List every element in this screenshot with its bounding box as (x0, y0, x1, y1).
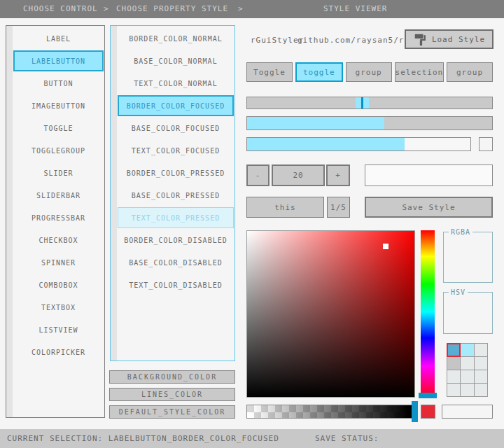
rgba-group-title: RGBA (449, 228, 472, 236)
controls-list-item-spinner[interactable]: SPINNER (13, 252, 104, 273)
swatch-r3c0[interactable] (447, 384, 460, 396)
alpha-bar[interactable] (246, 405, 415, 419)
toggle-option-4-group[interactable]: group (447, 62, 493, 82)
combobox-button[interactable]: this (246, 197, 324, 218)
save-status: SAVE STATUS: (315, 429, 379, 448)
controls-list-panel: LABELLABELBUTTONBUTTONIMAGEBUTTONTOGGLET… (6, 25, 105, 418)
toggle-option-0-toggle[interactable]: Toggle (246, 62, 293, 82)
controls-list-item-slider[interactable]: SLIDER (13, 162, 104, 183)
controls-list-item-imagebutton[interactable]: IMAGEBUTTON (13, 95, 104, 116)
properties-list-item-text_color_focused[interactable]: TEXT_COLOR_FOCUSED (118, 140, 234, 161)
controls-list-item-label[interactable]: LABEL (13, 28, 104, 49)
load-style-button[interactable]: Load Style (405, 29, 493, 49)
controls-scrollbar[interactable] (6, 26, 13, 417)
toggle-option-3-selection[interactable]: selection (395, 62, 444, 82)
hue-bar[interactable] (421, 230, 435, 393)
properties-list-item-base_color_pressed[interactable]: BASE_COLOR_PRESSED (118, 185, 234, 206)
combobox-counter[interactable]: 1/5 (327, 197, 350, 218)
sliderbar[interactable] (246, 116, 493, 130)
slider[interactable] (246, 97, 493, 109)
swatch-r1c0[interactable] (447, 357, 460, 370)
top-status-bar: CHOOSE CONTROL>CHOOSE PROPERTY STYLE>STY… (0, 0, 504, 18)
toggle-option-1-toggle[interactable]: toggle (295, 62, 343, 82)
swatch-r0c0[interactable] (447, 344, 460, 356)
swatch-r2c0[interactable] (447, 370, 460, 383)
spinner-decrement-button[interactable]: - (246, 164, 270, 186)
properties-list-item-base_color_focused[interactable]: BASE_COLOR_FOCUSED (118, 118, 234, 139)
breadcrumb-separator: > (104, 0, 109, 18)
background-color-button[interactable]: BACKGROUND_COLOR (109, 370, 235, 384)
controls-list-item-button[interactable]: BUTTON (13, 73, 104, 94)
breadcrumb-separator: > (238, 0, 244, 18)
current-selection-status: CURRENT SELECTION: LABELBUTTON_BORDER_CO… (7, 429, 279, 448)
color-picker-area[interactable] (246, 230, 415, 398)
current-color-swatch (421, 405, 435, 419)
properties-list-item-text_color_pressed[interactable]: TEXT_COLOR_PRESSED (118, 207, 234, 228)
properties-list: BORDER_COLOR_NORMALBASE_COLOR_NORMALTEXT… (118, 28, 234, 297)
app-title: rGuiStyler (251, 36, 304, 45)
swatch-r0c1[interactable] (461, 344, 473, 356)
swatch-r2c2[interactable] (475, 370, 487, 383)
controls-list-item-progressbar[interactable]: PROGRESSBAR (13, 207, 104, 228)
hsv-group-title: HSV (449, 288, 468, 296)
sliderbar-fill (247, 117, 384, 130)
controls-list-item-labelbutton[interactable]: LABELBUTTON (13, 50, 104, 71)
global-style-buttons: BACKGROUND_COLORLINES_COLORDEFAULT_STYLE… (109, 370, 235, 423)
checkbox[interactable] (479, 137, 493, 151)
textbox-input[interactable] (365, 164, 493, 186)
controls-list-item-togglegroup[interactable]: TOGGLEGROUP (13, 140, 104, 161)
controls-list-item-colorpicker[interactable]: COLORPICKER (13, 342, 104, 363)
swatch-r2c1[interactable] (461, 370, 473, 383)
properties-list-item-base_color_normal[interactable]: BASE_COLOR_NORMAL (118, 50, 234, 71)
hue-bar-handle[interactable] (419, 393, 437, 398)
properties-list-item-border_color_normal[interactable]: BORDER_COLOR_NORMAL (118, 28, 234, 49)
color-value-box[interactable] (442, 405, 493, 419)
controls-list-item-listview[interactable]: LISTVIEW (13, 319, 104, 340)
breadcrumb-item: STYLE VIEWER (323, 0, 387, 18)
properties-list-item-text_color_disabled[interactable]: TEXT_COLOR_DISABLED (118, 274, 234, 295)
properties-list-item-border_color_pressed[interactable]: BORDER_COLOR_PRESSED (118, 162, 234, 183)
default-style-color-button[interactable]: DEFAULT_STYLE_COLOR (109, 405, 235, 419)
save-style-button[interactable]: Save Style (365, 197, 493, 218)
controls-list-item-toggle[interactable]: TOGGLE (13, 118, 104, 139)
properties-list-item-text_color_normal[interactable]: TEXT_COLOR_NORMAL (118, 73, 234, 94)
breadcrumb-item: CHOOSE CONTROL (23, 0, 98, 18)
controls-list-item-sliderbar[interactable]: SLIDERBAR (13, 185, 104, 206)
toggle-group: Toggletogglegroupselectiongroup (246, 62, 493, 82)
properties-list-item-base_color_disabled[interactable]: BASE_COLOR_DISABLED (118, 252, 234, 273)
controls-list-item-combobox[interactable]: COMBOBOX (13, 274, 104, 295)
properties-scrollbar[interactable] (111, 26, 117, 360)
swatch-r3c1[interactable] (461, 384, 473, 396)
controls-list-item-checkbox[interactable]: CHECKBOX (13, 230, 104, 251)
breadcrumb-item: CHOOSE PROPERTY STYLE (116, 0, 228, 18)
lines-color-button[interactable]: LINES_COLOR (109, 388, 235, 401)
toggle-option-2-group[interactable]: group (346, 62, 392, 82)
rgba-group-box: RGBA (443, 232, 493, 283)
properties-list-panel: BORDER_COLOR_NORMALBASE_COLOR_NORMALTEXT… (110, 25, 235, 361)
properties-list-item-border_color_focused[interactable]: BORDER_COLOR_FOCUSED (118, 95, 234, 116)
load-style-label: Load Style (432, 35, 485, 44)
swatch-r0c2[interactable] (475, 344, 487, 356)
rguistyler-window: CHOOSE CONTROL>CHOOSE PROPERTY STYLE>STY… (0, 0, 504, 448)
color-swatch-grid (447, 343, 488, 397)
swatch-r3c2[interactable] (475, 384, 487, 396)
hsv-group-box: HSV (443, 292, 493, 334)
swatch-r1c1[interactable] (461, 357, 473, 370)
bottom-status-bar: CURRENT SELECTION: LABELBUTTON_BORDER_CO… (0, 429, 504, 448)
controls-list: LABELLABELBUTTONBUTTONIMAGEBUTTONTOGGLET… (13, 28, 104, 364)
slider-handle[interactable] (356, 97, 369, 108)
color-picker-cursor[interactable] (383, 244, 388, 249)
swatch-r1c2[interactable] (475, 357, 487, 370)
paint-roller-icon (413, 32, 427, 46)
alpha-bar-handle[interactable] (412, 401, 418, 422)
controls-list-item-textbox[interactable]: TEXTBOX (13, 297, 104, 318)
properties-list-item-border_color_disabled[interactable]: BORDER_COLOR_DISABLED (118, 230, 234, 251)
progressbar-fill (247, 138, 405, 150)
spinner-increment-button[interactable]: + (326, 164, 350, 186)
progressbar (246, 137, 471, 151)
spinner-value[interactable]: 20 (272, 164, 325, 186)
